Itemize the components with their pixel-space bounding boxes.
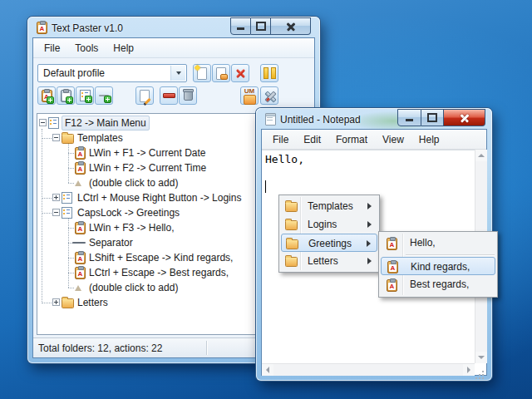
minimize-icon	[406, 119, 413, 121]
folder-icon	[286, 239, 298, 249]
popup-item-letters[interactable]: Letters	[281, 252, 377, 270]
tree-item-label: Templates	[75, 131, 126, 145]
action-icon	[387, 279, 397, 292]
add-separator-button[interactable]	[95, 86, 113, 105]
menu-node-icon	[48, 117, 59, 129]
menu-format[interactable]: Format	[328, 131, 375, 149]
combobox-dropdown-button[interactable]	[170, 66, 185, 81]
resize-grip[interactable]	[475, 363, 486, 375]
folder-icon	[285, 257, 298, 267]
minimize-button[interactable]	[397, 109, 421, 126]
menu-file[interactable]: File	[265, 131, 296, 149]
scroll-left-button[interactable]	[262, 364, 273, 376]
plus-icon	[47, 96, 54, 104]
pause-button[interactable]	[260, 64, 278, 82]
profile-combobox[interactable]: Default profile	[37, 64, 187, 82]
pencil-icon	[143, 97, 150, 105]
tree-item-label: LWin + F1 -> Current Date	[86, 145, 209, 160]
folder-icon	[285, 202, 298, 212]
popup-item-templates[interactable]: Templates	[281, 197, 377, 215]
collapse-icon[interactable]	[52, 134, 60, 141]
action-icon	[387, 261, 398, 273]
settings-button[interactable]	[260, 86, 278, 105]
action-icon	[75, 162, 86, 175]
menu-file[interactable]: File	[37, 39, 67, 57]
menu-edit[interactable]: Edit	[296, 131, 328, 149]
popup-item-logins[interactable]: Logins	[281, 215, 377, 234]
menu-view[interactable]: View	[375, 131, 411, 149]
remove-button[interactable]	[160, 86, 178, 105]
submenu-item-hello[interactable]: Hello,	[381, 234, 495, 252]
scroll-right-button[interactable]	[463, 364, 475, 376]
expand-icon[interactable]	[52, 194, 60, 201]
plus-icon	[85, 96, 92, 103]
menu-node-icon	[62, 207, 72, 219]
menu-help[interactable]: Help	[106, 39, 141, 57]
menu-tools[interactable]: Tools	[67, 39, 106, 57]
add-menu-button[interactable]	[76, 86, 94, 105]
popup-item-label: Templates	[308, 197, 353, 215]
red-x-icon	[235, 68, 246, 79]
scroll-up-button[interactable]	[475, 150, 487, 161]
edit-action-button[interactable]	[135, 86, 154, 105]
submenu-item-best-regards[interactable]: Best regards,	[381, 276, 495, 293]
add-clipboard-action-button[interactable]	[57, 86, 75, 105]
notepad-titlebar[interactable]: Untitled - Notepad	[256, 108, 492, 130]
clipboard-a-icon	[42, 90, 52, 102]
collapse-icon[interactable]	[39, 119, 47, 126]
new-profile-button[interactable]	[193, 64, 211, 82]
submenu-item-label: Best regards,	[410, 276, 469, 293]
tree-item-label: CapsLock -> Greetings	[75, 205, 182, 220]
close-button[interactable]	[444, 109, 485, 126]
menu-help[interactable]: Help	[411, 131, 447, 149]
new-profile-icon	[197, 67, 207, 80]
arrow-down-icon	[478, 356, 485, 359]
separator-line-icon	[72, 242, 86, 244]
popup-item-greetings[interactable]: Greetings	[281, 234, 377, 252]
desktop: Text Paster v1.0 File Tools Help Default…	[0, 0, 532, 399]
action-icon	[75, 147, 86, 160]
tools-icon	[264, 90, 276, 102]
add-text-action-button[interactable]	[37, 86, 56, 105]
folder-icon	[285, 220, 298, 230]
arrow-up-icon	[478, 154, 485, 157]
plus-icon	[104, 96, 111, 103]
text-paster-titlebar[interactable]: Text Paster v1.0	[27, 17, 320, 38]
delete-action-button[interactable]	[179, 86, 197, 105]
uninstall-monitor-button[interactable]: UM	[240, 86, 259, 105]
text-paster-title: Text Paster v1.0	[52, 22, 123, 34]
status-text: Total folders: 12, actions: 22	[38, 342, 162, 354]
pause-icon	[264, 67, 276, 79]
text-caret	[265, 180, 266, 193]
maximize-button[interactable]	[421, 109, 444, 126]
collapse-icon[interactable]	[52, 209, 60, 216]
text-paster-app-icon	[37, 22, 47, 34]
maximize-icon	[427, 113, 437, 122]
um-box	[244, 95, 256, 105]
close-icon	[286, 22, 296, 32]
plus-icon	[66, 96, 73, 104]
submenu-arrow-icon	[367, 221, 372, 228]
close-button[interactable]	[271, 17, 311, 35]
red-minus-icon	[163, 93, 175, 98]
action-icon	[75, 222, 86, 234]
expand-icon[interactable]	[52, 298, 60, 306]
edit-profile-icon	[216, 67, 226, 80]
maximize-button[interactable]	[251, 17, 271, 35]
add-arrow-icon	[75, 285, 81, 291]
tree-item-label: (double click to add)	[86, 280, 180, 295]
delete-profile-button[interactable]	[231, 64, 249, 82]
submenu-item-kind-regards[interactable]: Kind regards,	[381, 257, 495, 275]
trash-icon	[184, 91, 193, 101]
action-icon	[75, 252, 86, 264]
notepad-app-icon	[265, 113, 276, 126]
minimize-button[interactable]	[230, 17, 251, 35]
edit-page-icon	[140, 90, 150, 102]
add-arrow-icon	[75, 180, 81, 186]
folder-icon	[62, 298, 74, 308]
horizontal-scrollbar[interactable]	[262, 363, 475, 376]
tree-item-label: Letters	[75, 295, 111, 310]
edit-profile-button[interactable]	[212, 64, 230, 82]
scroll-down-button[interactable]	[475, 352, 487, 363]
arrow-left-icon	[266, 367, 269, 373]
